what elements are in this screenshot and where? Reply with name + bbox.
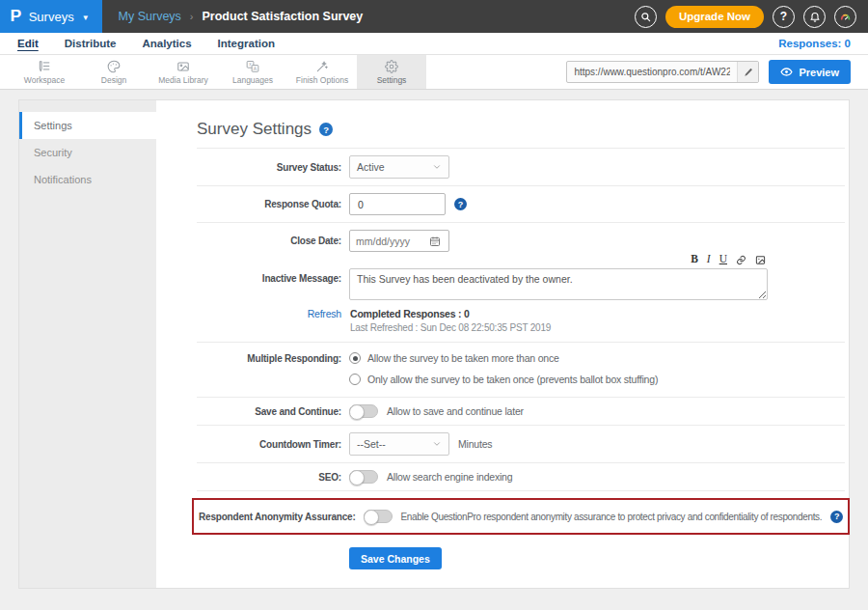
seo-text: Allow search engine indexing — [387, 471, 512, 483]
anonymity-label: Respondent Anonymity Assurance: — [199, 512, 356, 522]
radio-option-once-only[interactable]: Only allow the survey to be taken once (… — [349, 374, 658, 385]
link-button[interactable] — [736, 255, 746, 265]
seo-toggle[interactable] — [349, 470, 378, 484]
toolbar-item-workspace[interactable]: Workspace — [10, 55, 79, 89]
toolbar-item-media-library[interactable]: Media Library — [149, 55, 218, 89]
chevron-down-icon — [432, 162, 442, 172]
inactive-message-editor: B I U — [349, 252, 768, 300]
settings-sidebar: Settings Security Notifications — [19, 100, 156, 588]
countdown-timer-row: Countdown Timer: --Set-- Minutes — [197, 426, 845, 463]
image-icon — [755, 255, 766, 265]
surveys-menu-label: Surveys — [29, 10, 74, 24]
radio-option-label: Allow the survey to be taken more than o… — [367, 352, 559, 364]
chevron-down-icon — [432, 439, 442, 449]
toolbar-item-design[interactable]: Design — [79, 55, 149, 89]
toolbar-item-languages[interactable]: xA Languages — [218, 55, 287, 89]
underline-button[interactable]: U — [719, 254, 727, 265]
workspace-icon — [38, 60, 51, 73]
response-quota-input[interactable] — [349, 193, 446, 215]
gear-icon — [385, 60, 398, 73]
survey-nav-tabs: Edit Distribute Analytics Integration Re… — [0, 33, 868, 55]
breadcrumb-my-surveys[interactable]: My Surveys — [119, 10, 181, 23]
radio-unselected-icon[interactable] — [349, 374, 361, 385]
sidebar-item-security[interactable]: Security — [19, 139, 156, 166]
multiple-responding-row: Multiple Responding: Allow the survey to… — [197, 343, 845, 398]
bell-icon — [809, 11, 821, 22]
calendar-icon — [429, 236, 441, 247]
settings-main: Survey Settings ? Survey Status: Active — [156, 100, 868, 588]
upgrade-now-button[interactable]: Upgrade Now — [665, 6, 764, 28]
seo-label: SEO: — [197, 472, 341, 483]
edit-url-button[interactable] — [737, 62, 758, 82]
toggle-knob — [349, 470, 365, 485]
inactive-message-row: Inactive Message: B I U — [197, 252, 845, 304]
response-quota-row: Response Quota: ? — [197, 186, 845, 223]
toolbar-label-languages: Languages — [232, 75, 273, 85]
surveys-menu[interactable]: P Surveys ▼ — [0, 0, 102, 33]
toolbar-label-design: Design — [101, 75, 126, 85]
notifications-button[interactable] — [803, 6, 826, 28]
toggle-knob — [349, 404, 365, 420]
response-quota-help-icon[interactable]: ? — [454, 198, 467, 210]
breadcrumb-separator: › — [190, 11, 194, 22]
sidebar-item-settings[interactable]: Settings — [19, 112, 156, 139]
toolbar-label-media-library: Media Library — [158, 75, 208, 85]
countdown-timer-select[interactable]: --Set-- — [349, 432, 449, 456]
survey-status-select[interactable]: Active — [349, 155, 449, 179]
heading-row: Survey Settings ? — [197, 100, 845, 149]
close-date-field[interactable] — [349, 230, 449, 252]
anonymity-toggle[interactable] — [364, 510, 393, 523]
tab-analytics[interactable]: Analytics — [142, 38, 191, 49]
toolbar-item-settings[interactable]: Settings — [357, 55, 426, 89]
tab-distribute[interactable]: Distribute — [65, 38, 117, 49]
radio-selected-icon[interactable] — [349, 352, 361, 364]
toolbar-label-settings: Settings — [377, 75, 407, 85]
survey-settings-help-icon[interactable]: ? — [319, 123, 333, 136]
breadcrumb: My Surveys › Product Satisfaction Survey — [119, 0, 364, 33]
inactive-message-label: Inactive Message: — [197, 252, 341, 284]
search-button[interactable] — [635, 6, 657, 28]
toolbar-label-workspace: Workspace — [24, 75, 65, 85]
tab-integration[interactable]: Integration — [218, 38, 275, 49]
responses-count[interactable]: Responses: 0 — [778, 38, 851, 49]
page: Settings Security Notifications Survey S… — [0, 90, 868, 589]
close-date-input[interactable] — [356, 236, 425, 247]
chevron-down-icon: ▼ — [82, 12, 90, 22]
save-row: Save Changes — [197, 535, 845, 569]
image-icon — [176, 60, 190, 73]
survey-url-box — [566, 61, 759, 83]
anonymity-help-icon[interactable]: ? — [830, 511, 843, 523]
sidebar-item-notifications[interactable]: Notifications — [19, 166, 156, 193]
seo-row: SEO: Allow search engine indexing — [197, 463, 845, 491]
help-button[interactable]: ? — [773, 6, 795, 28]
response-quota-label: Response Quota: — [197, 199, 341, 209]
tab-edit[interactable]: Edit — [17, 38, 39, 49]
radio-option-multiple-allowed[interactable]: Allow the survey to be taken more than o… — [349, 352, 658, 364]
save-continue-toggle[interactable] — [349, 404, 378, 418]
editor-toolbar: B I U — [349, 252, 768, 268]
page-title: Survey Settings — [197, 120, 312, 139]
questionpro-logo-icon: P — [10, 8, 21, 25]
survey-status-row: Survey Status: Active — [197, 149, 845, 186]
survey-status-value: Active — [357, 161, 385, 173]
inactive-message-textarea[interactable]: This Survey has been deactivated by the … — [349, 268, 768, 300]
settings-card: Settings Security Notifications Survey S… — [18, 99, 850, 589]
refresh-link[interactable]: Refresh — [308, 308, 341, 319]
account-meter-button[interactable] — [834, 6, 856, 28]
preview-button[interactable]: Preview — [769, 60, 851, 84]
toggle-knob — [364, 510, 379, 525]
countdown-timer-unit: Minutes — [458, 438, 492, 450]
save-changes-button[interactable]: Save Changes — [349, 547, 442, 569]
topbar: P Surveys ▼ My Surveys › Product Satisfa… — [0, 0, 868, 33]
preview-label: Preview — [799, 67, 839, 78]
italic-button[interactable]: I — [707, 254, 711, 265]
bold-button[interactable]: B — [691, 254, 698, 265]
palette-icon — [107, 60, 121, 73]
topbar-actions: Upgrade Now ? — [635, 0, 868, 33]
survey-url-input[interactable] — [567, 62, 737, 82]
toolbar-item-finish-options[interactable]: Finish Options — [287, 55, 357, 89]
insert-image-button[interactable] — [755, 255, 766, 265]
save-continue-text: Allow to save and continue later — [387, 405, 524, 417]
save-continue-row: Save and Continue: Allow to save and con… — [197, 398, 845, 426]
toolbar-right: Preview — [566, 55, 868, 89]
